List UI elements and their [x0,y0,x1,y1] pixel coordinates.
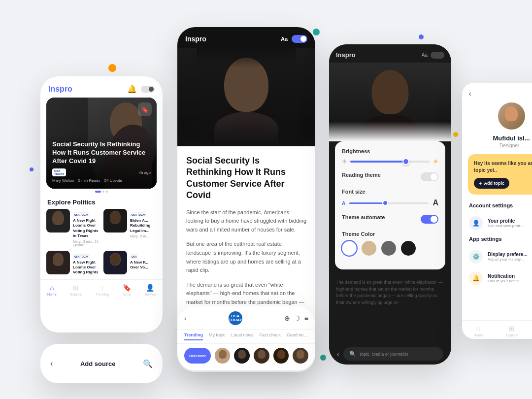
phone2-logo: Inspro [185,35,206,43]
user-role: Designer... [462,143,532,154]
brightness-slider[interactable] [350,161,430,163]
add-icon[interactable]: ⊕ [284,314,290,322]
carousel-dot-2[interactable] [102,191,104,193]
source-badge: USATODAY [52,168,66,176]
your-profile-desc: Edit and view profi... [488,224,532,228]
topic-card: Hey its seems like you add any topic yet… [468,154,532,195]
bottom-navbar: ⌂ Home ⊞ Explore ↑ Trending 🔖 Save 👤 Bra… [40,279,163,298]
profile-avatar [498,102,525,130]
nav-profile[interactable]: 👤 Brayan [145,284,156,296]
account-settings-label: Account settings [462,200,532,212]
phone6-avatars: Discover [177,344,315,367]
carousel-dot-active[interactable] [95,191,101,193]
dark-toggle-settings[interactable] [431,52,444,59]
usa-today-text: USATODAY [229,314,242,322]
news-badge-4: USA [130,254,138,259]
news-item-3[interactable]: USA TODAY A New Fight Looms Over Voting … [46,251,100,275]
p4-nav-explore[interactable]: ⊞ Explore [506,325,518,337]
notification-desc: On/Off your notific... [488,279,532,283]
tab-trending[interactable]: Trending [184,332,203,340]
dark-mode-toggle[interactable] [292,35,307,43]
tab-my-topic[interactable]: My topic [209,332,226,340]
add-topic-button[interactable]: + Add topic [474,178,509,189]
trending-icon: ↑ [100,284,104,292]
color-swatches [342,241,438,256]
discover-button[interactable]: Discover [184,348,211,364]
avatar-3[interactable] [254,348,269,364]
phone2-hero [177,48,315,146]
phone-main-feed: Inspro 🔔 🔖 Social Security Is Rethinking… [40,76,163,332]
topic-card-text: Hey its seems like you add any topic yet… [474,160,532,174]
tab-local-news[interactable]: Local news [232,332,254,340]
nav-home[interactable]: ⌂ Home [47,284,57,296]
brightness-min-icon: ☀ [342,158,347,165]
font-size-slider[interactable] [349,202,429,204]
carousel-dot-3[interactable] [106,191,108,193]
nav-home-label: Home [47,293,57,296]
news-thumb-2 [103,209,127,233]
nav-save[interactable]: 🔖 Save [123,284,131,296]
phone6-tabs: Trending My topic Local news Fact check … [177,330,315,344]
theme-automate-toggle[interactable] [421,215,438,224]
font-size-setting: Font size A A [342,189,438,207]
p4-nav-home[interactable]: ⌂ Home [474,325,483,337]
color-swatch-tan[interactable] [362,241,376,256]
notification-setting-item[interactable]: 🔔 Notification On/Off your notific... [462,267,532,289]
add-topic-icon: + [479,180,482,186]
phone3-dark-content: The demand is so great that even "white … [329,274,451,311]
search-bar-settings[interactable]: 🔍 Topic, Media or journalist [343,347,443,361]
avatar-1[interactable] [215,348,231,364]
tab-good-news[interactable]: Good ne... [287,332,307,340]
phone3-bottom-bar: ‹ 🔍 Topic, Media or journalist [329,343,451,365]
color-swatch-black[interactable] [401,241,416,256]
nav-explore[interactable]: ⊞ Explore [70,284,82,296]
usa-today-logo: USATODAY [229,311,242,325]
app-settings-label: App settings [462,234,532,246]
phone6-header-right: ⊕ ☽ ≡ [284,314,308,322]
font-small-icon: A [342,200,345,206]
back-button-settings[interactable]: ‹ [337,350,339,358]
upvote-count: 54 Upvote [104,178,122,183]
color-swatch-white[interactable] [342,241,357,256]
nav-trending[interactable]: ↑ Trending [96,284,109,296]
color-swatch-gray[interactable] [381,241,396,256]
news-meta-2: Mary.. 5 m... [130,234,157,238]
display-setting-item[interactable]: ⚙️ Display prefere... Adjust your displa… [462,246,532,267]
brightness-setting: Brightness ☀ ☀ [342,148,438,165]
font-size-label[interactable]: Aa [281,36,288,42]
display-icon: ⚙️ [469,250,483,264]
hero-text-overlay: Social Security Is Rethinking How It Run… [46,134,157,189]
search-icon-source[interactable]: 🔍 [143,359,153,368]
phone-settings: Inspro Aa Brightness ☀ ☀ [329,44,451,365]
back-button-source[interactable]: ‹ [50,359,53,368]
author-name: Mary Walton [52,178,74,183]
back-button-feed[interactable]: ‹ [184,314,187,322]
bell-icon[interactable]: 🔔 [127,84,137,94]
news-badge-3: USA TODAY [73,254,90,259]
news-badge-1: USA TODAY [73,212,90,217]
bookmark-icon[interactable]: 🔖 [138,102,152,116]
theme-color-label: Theme Color [342,231,438,237]
phone3-header: Inspro Aa [329,44,451,63]
p4-explore-icon: ⊞ [509,325,515,332]
reading-theme-toggle[interactable] [421,172,438,181]
brightness-max-icon: ☀ [433,158,438,165]
avatar-2[interactable] [234,348,250,364]
news-item-2[interactable]: USA TODAY Biden A... Rebuilding Legal Im… [103,209,157,247]
profile-setting-item[interactable]: 👤 Your profile Edit and view profi... [462,212,532,234]
menu-icon[interactable]: ≡ [304,314,308,322]
news-item-1[interactable]: USA TODAY A New Fight Looms Over Voting … [46,209,100,247]
avatar-5[interactable] [293,348,308,364]
tab-fact-check[interactable]: Fact check [260,332,281,340]
theme-toggle[interactable] [141,86,155,93]
phone4-header: ‹ Pr... [462,83,532,102]
reading-theme-label: Reading theme [342,172,381,178]
news-item-4[interactable]: USA A New F... Over Vo... [103,251,157,275]
avatar-4[interactable] [273,348,289,364]
font-size-slider-wrap: A A [342,199,438,207]
theme-automate-label: Theme automate [342,214,385,220]
moon-icon[interactable]: ☽ [294,314,300,322]
news-grid: USA TODAY A New Fight Looms Over Voting … [40,209,163,275]
back-button-profile[interactable]: ‹ [469,90,471,98]
notification-title: Notification [488,273,532,279]
